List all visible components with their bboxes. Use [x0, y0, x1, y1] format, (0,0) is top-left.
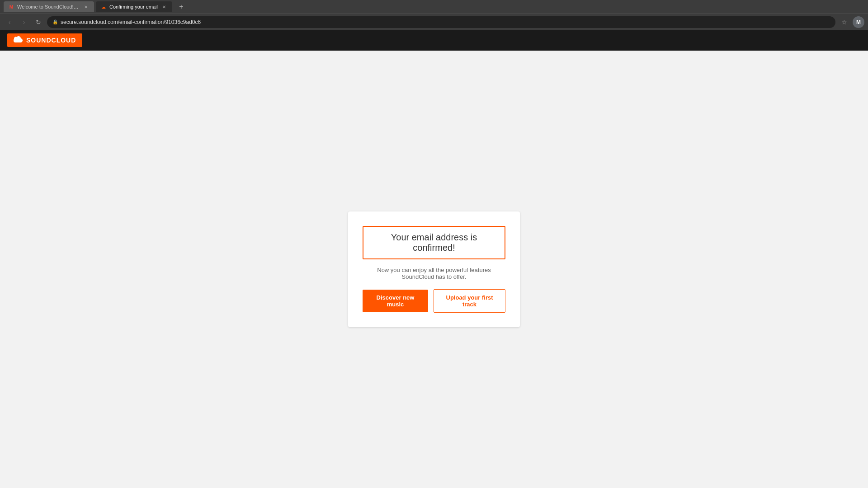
gmail-favicon: M: [8, 4, 14, 10]
confirmation-title-box: Your email address is confirmed!: [363, 226, 505, 259]
browser-chrome: M Welcome to SoundCloud! - m... ✕ ☁ Conf…: [0, 0, 868, 30]
confirmation-buttons: Discover new music Upload your first tra…: [363, 289, 505, 313]
browser-toolbar: ‹ › ↻ 🔒 secure.soundcloud.com/email-conf…: [0, 14, 868, 30]
tab-sc-title: Confirming your email: [109, 4, 158, 9]
discover-music-button[interactable]: Discover new music: [363, 290, 428, 312]
tab-bar: M Welcome to SoundCloud! - m... ✕ ☁ Conf…: [0, 0, 868, 14]
forward-button[interactable]: ›: [18, 16, 30, 28]
new-tab-button[interactable]: +: [176, 1, 187, 12]
reload-button[interactable]: ↻: [33, 16, 44, 28]
tab-soundcloud[interactable]: ☁ Confirming your email ✕: [96, 1, 172, 12]
main-content: Your email address is confirmed! Now you…: [0, 51, 868, 488]
address-bar[interactable]: 🔒 secure.soundcloud.com/email-confirmati…: [47, 16, 835, 28]
soundcloud-logo[interactable]: SOUNDCLOUD: [7, 33, 82, 47]
sc-favicon: ☁: [100, 4, 107, 10]
soundcloud-cloud-icon: [14, 36, 23, 44]
lock-icon: 🔒: [52, 19, 58, 24]
tab-sc-close[interactable]: ✕: [160, 3, 168, 10]
soundcloud-logo-text: SOUNDCLOUD: [26, 37, 76, 44]
browser-actions: ☆ M: [838, 16, 864, 28]
upload-track-button[interactable]: Upload your first track: [434, 289, 505, 313]
soundcloud-header: SOUNDCLOUD: [0, 30, 868, 51]
tab-gmail-close[interactable]: ✕: [82, 3, 90, 10]
confirmation-title: Your email address is confirmed!: [374, 232, 494, 253]
confirmation-card: Your email address is confirmed! Now you…: [348, 211, 520, 327]
profile-button[interactable]: M: [853, 16, 864, 28]
address-url: secure.soundcloud.com/email-confirmation…: [61, 19, 830, 25]
bookmark-button[interactable]: ☆: [838, 16, 850, 28]
tab-gmail[interactable]: M Welcome to SoundCloud! - m... ✕: [4, 1, 94, 12]
confirmation-subtitle: Now you can enjoy all the powerful featu…: [363, 267, 505, 280]
back-button[interactable]: ‹: [4, 16, 15, 28]
tab-gmail-title: Welcome to SoundCloud! - m...: [17, 4, 80, 9]
